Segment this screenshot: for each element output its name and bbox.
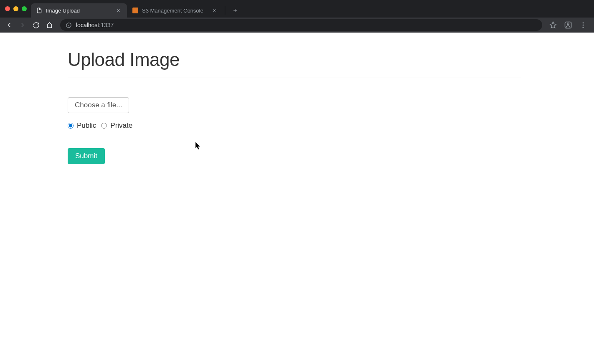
url-text: localhost:1337 [76, 22, 114, 28]
browser-chrome: Image Upload S3 Management Console [0, 0, 594, 33]
page-content: Upload Image Choose a file... Public Pri… [0, 33, 594, 164]
profile-icon[interactable] [562, 19, 574, 31]
radio-public-label[interactable]: Public [77, 121, 96, 130]
radio-private-label[interactable]: Private [110, 121, 132, 130]
nav-right-icons [547, 19, 591, 31]
window-close-button[interactable] [5, 6, 10, 11]
bookmark-star-icon[interactable] [547, 19, 559, 31]
tab-s3-console[interactable]: S3 Management Console [127, 3, 223, 18]
close-icon[interactable] [115, 7, 122, 14]
close-icon[interactable] [211, 7, 218, 14]
new-tab-button[interactable] [229, 5, 241, 16]
tab-divider [225, 6, 225, 15]
divider [68, 78, 521, 78]
back-button[interactable] [3, 19, 15, 31]
aws-s3-icon [132, 7, 139, 14]
submit-button[interactable]: Submit [68, 148, 105, 164]
nav-bar: localhost:1337 [0, 18, 594, 33]
file-icon [36, 7, 43, 14]
page-title: Upload Image [68, 49, 521, 70]
radio-public[interactable] [68, 123, 74, 129]
svg-point-4 [583, 22, 584, 23]
window-minimize-button[interactable] [13, 6, 18, 11]
window-controls [3, 6, 31, 11]
reload-button[interactable] [30, 19, 42, 31]
window-maximize-button[interactable] [22, 6, 27, 11]
svg-point-2 [567, 23, 569, 25]
tab-title: Image Upload [46, 8, 112, 14]
radio-private[interactable] [101, 123, 107, 129]
menu-icon[interactable] [577, 19, 589, 31]
tab-title: S3 Management Console [142, 8, 208, 14]
choose-file-button[interactable]: Choose a file... [68, 97, 129, 113]
url-port: 1337 [101, 22, 114, 28]
visibility-radio-group: Public Private [68, 121, 521, 130]
svg-point-5 [583, 25, 584, 26]
tab-bar: Image Upload S3 Management Console [0, 0, 594, 18]
home-button[interactable] [43, 19, 55, 31]
tab-image-upload[interactable]: Image Upload [31, 3, 127, 18]
forward-button[interactable] [17, 19, 28, 31]
site-info-icon[interactable] [65, 22, 72, 28]
url-host: localhost: [76, 22, 101, 28]
svg-rect-0 [132, 8, 138, 13]
svg-point-6 [583, 27, 584, 28]
address-bar[interactable]: localhost:1337 [60, 19, 542, 31]
